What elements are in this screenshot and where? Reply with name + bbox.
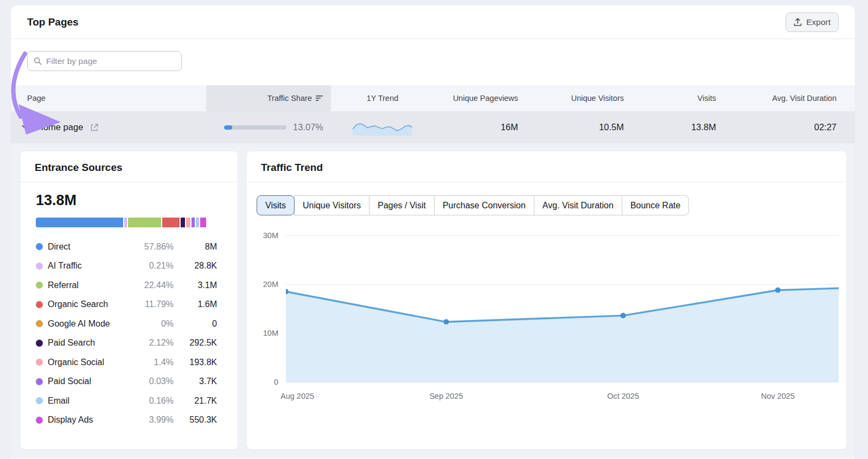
tab-avg-visit-duration[interactable]: Avg. Visit Duration [534,195,622,215]
column-header-unique-visitors[interactable]: Unique Visitors [518,94,624,103]
column-header-traffic-share-label: Traffic Share [267,94,312,103]
legend-value: 0 [174,319,217,329]
entrance-sources-title: Entrance Sources [21,151,238,182]
traffic-trend-chart: 010M20M30M Aug 2025Sep 2025Oct 2025Nov 2… [257,230,839,409]
upload-icon [794,18,802,27]
legend-dot-icon [36,263,43,270]
table-row[interactable]: Home page 13.07% 16M 10.5M 13.8M 02:27 [11,111,855,143]
legend-label: Paid Social [48,377,132,386]
filter-input-wrapper [27,51,182,71]
legend-item-referral[interactable]: Referral22.44%3.1M [36,276,217,295]
column-header-1y-trend[interactable]: 1Y Trend [331,94,434,103]
column-header-avg-visit-duration[interactable]: Avg. Visit Duration [716,94,855,103]
legend-value: 3.7K [174,377,217,386]
legend-percent: 2.12% [132,338,174,348]
column-header-traffic-share[interactable]: Traffic Share [206,85,331,111]
legend-value: 1.6M [174,299,217,309]
legend-percent: 0.16% [132,396,174,406]
top-pages-card: Top Pages Export Page Traffic Share [11,5,855,459]
column-header-unique-pageviews[interactable]: Unique Pageviews [434,94,518,103]
legend-value: 21.7K [174,396,217,406]
bar-segment-organic-social [186,218,192,227]
entrance-sources-stacked-bar [36,218,217,227]
search-icon [34,57,42,65]
y-tick-label: 20M [263,280,278,289]
visits-value: 13.8M [624,122,716,132]
tab-purchase-conversion[interactable]: Purchase Conversion [434,195,534,215]
legend-label: Paid Search [48,338,132,348]
traffic-share-bar [224,125,286,130]
legend-dot-icon [36,301,43,308]
filter-section [11,39,855,85]
y-tick-label: 30M [263,231,278,240]
legend-dot-icon [36,340,43,347]
y-tick-label: 10M [263,329,278,337]
export-label: Export [806,17,831,27]
legend-label: Organic Social [48,358,132,367]
bar-segment-ai-traffic [124,218,128,227]
filter-input[interactable] [46,56,175,66]
chart-plot-area [286,230,839,387]
x-tick-label: Nov 2025 [761,392,795,400]
legend-percent: 57.86% [132,242,174,252]
legend-dot-icon [36,320,43,327]
page-name[interactable]: Home page [37,122,83,132]
legend-value: 292.5K [174,338,217,348]
legend-dot-icon [36,282,43,289]
legend-value: 8M [174,242,217,252]
legend-dot-icon [36,378,43,385]
legend-item-display-ads[interactable]: Display Ads3.99%550.3K [36,411,217,430]
y-tick-label: 0 [274,378,278,386]
card-header: Top Pages Export [11,5,855,39]
legend-label: Google AI Mode [48,319,132,329]
legend-value: 193.8K [174,358,217,367]
legend-percent: 1.4% [132,358,174,367]
bar-segment-paid-search [181,218,186,227]
bar-segment-email [196,218,200,227]
avg-visit-duration-value: 02:27 [716,122,855,132]
legend-label: Organic Search [48,299,132,309]
legend-item-google-ai-mode[interactable]: Google AI Mode0%0 [36,314,217,334]
traffic-share-cell: 13.07% [206,122,331,132]
legend-item-organic-social[interactable]: Organic Social1.4%193.8K [36,353,217,372]
column-header-visits[interactable]: Visits [624,94,716,103]
tab-visits[interactable]: Visits [257,195,295,215]
bar-segment-organic-search [162,218,181,227]
tab-bounce-rate[interactable]: Bounce Rate [622,195,690,215]
sparkline-chart [353,119,412,136]
legend-dot-icon [36,417,43,424]
metric-tabs: VisitsUnique VisitorsPages / VisitPurcha… [257,195,689,215]
tab-unique-visitors[interactable]: Unique Visitors [294,195,369,215]
expanded-row-detail: Entrance Sources 13.8M Direct57.86%8MAI … [11,143,855,458]
x-tick-label: Aug 2025 [280,392,314,400]
entrance-sources-total: 13.8M [36,192,217,209]
legend-item-email[interactable]: Email0.16%21.7K [36,391,217,411]
unique-pageviews-value: 16M [434,122,518,132]
traffic-trend-card: Traffic Trend VisitsUnique VisitorsPages… [247,151,846,449]
tab-pages-visit[interactable]: Pages / Visit [369,195,435,215]
legend-item-ai-traffic[interactable]: AI Traffic0.21%28.8K [36,257,217,276]
bar-segment-direct [36,218,124,227]
legend-percent: 0.21% [132,261,174,271]
legend-value: 28.8K [174,261,217,271]
x-tick-label: Oct 2025 [607,392,639,400]
legend-item-paid-social[interactable]: Paid Social0.03%3.7K [36,372,217,392]
legend-label: Direct [48,242,132,252]
legend-dot-icon [36,397,43,404]
legend-item-direct[interactable]: Direct57.86%8M [36,237,217,257]
legend-item-organic-search[interactable]: Organic Search11.79%1.6M [36,295,217,315]
unique-visitors-value: 10.5M [518,122,624,132]
external-link-icon[interactable] [90,123,99,132]
export-button[interactable]: Export [786,12,839,32]
chart-x-axis: Aug 2025Sep 2025Oct 2025Nov 2025 [286,392,839,406]
legend-item-paid-search[interactable]: Paid Search2.12%292.5K [36,334,217,353]
sort-descending-icon [316,95,323,101]
trend-cell [331,119,434,136]
legend-value: 3.1M [174,280,217,290]
traffic-trend-title: Traffic Trend [247,151,846,182]
column-header-page[interactable]: Page [11,94,206,103]
legend-percent: 3.99% [132,415,174,425]
bar-segment-display-ads [200,218,206,227]
chevron-down-icon[interactable] [22,125,30,130]
legend-percent: 0.03% [132,377,174,386]
